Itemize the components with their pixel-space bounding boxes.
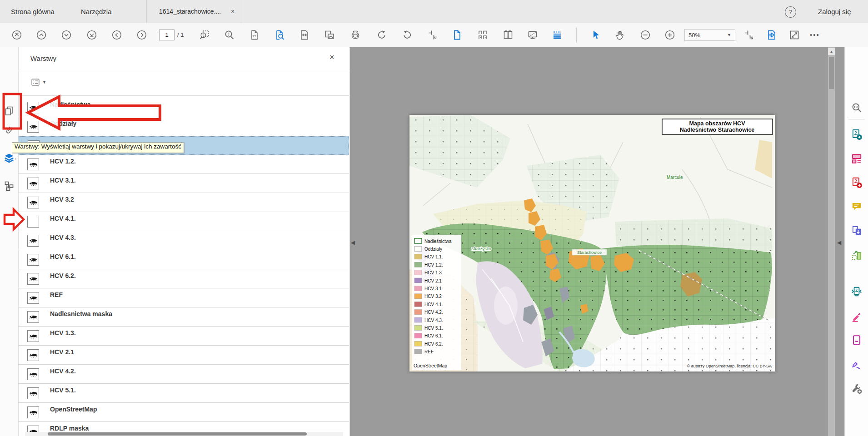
fit-width-icon[interactable] (299, 29, 310, 41)
layer-row[interactable]: HCV 1.3. (19, 327, 349, 346)
last-page-icon[interactable] (86, 29, 98, 41)
layer-row[interactable]: Oddziały (19, 117, 349, 136)
layer-row[interactable]: HCV 2.1 (19, 346, 349, 365)
marquee-zoom-icon[interactable] (199, 29, 210, 41)
page-thumbnails-panel-icon[interactable] (3, 105, 15, 117)
compress-pdf-icon[interactable] (850, 285, 863, 298)
search-tools-icon[interactable] (850, 101, 863, 114)
layer-visibility-eye-checkbox[interactable] (27, 121, 39, 133)
zoom-out-icon[interactable] (639, 29, 651, 41)
panel-collapse-chevron-icon[interactable]: ‹ (15, 156, 16, 161)
layer-visibility-eye-checkbox[interactable] (27, 254, 39, 266)
hide-left-pane-chevron-icon[interactable]: ◀ (351, 239, 355, 246)
document-vertical-scrollbar[interactable]: ▲ (828, 47, 835, 436)
scroll-up-arrow-icon[interactable]: ▲ (828, 48, 835, 55)
scrollbar-thumb[interactable] (829, 57, 834, 89)
page-setup-icon[interactable] (743, 29, 755, 41)
layer-row[interactable]: HCV 4.1. (19, 212, 349, 231)
zoom-in-icon[interactable] (664, 29, 676, 41)
organize-pages-icon[interactable] (850, 248, 863, 261)
doc-tab-close-icon[interactable]: × (231, 0, 234, 23)
model-tree-panel-icon[interactable] (3, 180, 15, 192)
layer-row[interactable]: HCV 3.1. (19, 174, 349, 193)
find-in-page-icon[interactable] (274, 29, 285, 41)
layer-row[interactable]: HCV 4.2. (19, 365, 349, 384)
layer-visibility-eye-checkbox[interactable] (27, 311, 39, 323)
layer-visibility-eye-checkbox[interactable] (27, 292, 39, 304)
layer-row[interactable]: HCV 3.2 (19, 193, 349, 212)
layer-row[interactable]: HCV 6.2. (19, 269, 349, 288)
layer-row[interactable]: HCV 4.3. (19, 231, 349, 250)
layer-visibility-eye-checkbox[interactable] (27, 235, 39, 247)
zoom-level-dropdown[interactable]: 50% ▼ (684, 29, 735, 41)
layer-visibility-eye-checkbox[interactable] (27, 273, 39, 285)
layer-row[interactable]: Nadleśnictwa (19, 98, 349, 117)
layer-visibility-eye-checkbox[interactable] (27, 159, 39, 170)
page-thumbnails-icon[interactable] (324, 29, 335, 41)
previous-page-icon[interactable] (35, 29, 47, 41)
layer-row[interactable]: HCV 6.1. (19, 250, 349, 269)
line-weights-icon[interactable] (551, 29, 563, 41)
layer-label: HCV 1.3. (50, 329, 76, 337)
export-pdf-icon[interactable] (850, 128, 863, 141)
select-tool-icon[interactable] (589, 29, 601, 41)
layer-row[interactable]: HCV 5.1. (19, 384, 349, 403)
previous-view-icon[interactable] (111, 29, 123, 41)
layer-row[interactable]: OpenStreetMap (19, 403, 349, 422)
scrollbar-thumb[interactable] (48, 432, 307, 436)
create-pdf-icon[interactable] (850, 176, 863, 189)
actual-size-icon[interactable]: 1:1 (249, 29, 260, 41)
rotate-counterclockwise-icon[interactable] (401, 29, 413, 41)
tab-tools[interactable]: Narzędzia (73, 0, 120, 23)
layer-options-button[interactable]: ▼ (30, 76, 50, 88)
highlight-pen-icon[interactable] (850, 310, 863, 322)
multi-page-view-icon[interactable] (477, 29, 489, 41)
layer-visibility-eye-checkbox[interactable] (27, 330, 39, 342)
fit-page-icon[interactable] (766, 29, 778, 41)
layer-visibility-eye-checkbox[interactable] (27, 178, 39, 189)
layer-row[interactable]: REF (19, 288, 349, 307)
layers-panel-icon[interactable] (3, 153, 15, 164)
fullscreen-expand-icon[interactable] (788, 29, 800, 41)
combine-files-icon[interactable] (850, 224, 863, 237)
hand-tool-icon[interactable] (614, 29, 626, 41)
crop-pages-icon[interactable] (427, 29, 439, 41)
single-page-view-icon[interactable] (451, 29, 463, 41)
layer-row[interactable]: HCV 1.2. (19, 155, 349, 174)
tab-document[interactable]: 1614_starachowice.... (151, 0, 229, 23)
layer-visibility-eye-checkbox[interactable] (27, 368, 39, 380)
edit-pdf-icon[interactable] (850, 152, 863, 165)
first-page-icon[interactable] (11, 29, 23, 41)
horizontal-scrollbar[interactable] (25, 432, 343, 436)
layer-visibility-eye-checkbox[interactable] (27, 349, 39, 361)
redact-page-icon[interactable] (850, 334, 863, 347)
layer-visibility-eye-checkbox[interactable] (27, 387, 39, 399)
more-tools-wrench-icon[interactable] (850, 382, 863, 395)
sign-pen-icon[interactable] (850, 358, 863, 371)
pdf-page[interactable]: Skarżysko Starachowice Marcule Mapa obsz… (409, 115, 775, 372)
sign-in-button[interactable]: Zaloguj się (810, 0, 859, 23)
more-tools-icon[interactable]: ••• (810, 29, 820, 41)
zoom-menu-icon[interactable] (224, 29, 235, 41)
layer-visibility-eye-checkbox[interactable] (27, 197, 39, 208)
tab-home[interactable]: Strona główna (3, 0, 63, 23)
layer-label: HCV 2.1 (50, 348, 74, 356)
legend-swatch (414, 238, 422, 243)
hide-right-pane-chevron-icon[interactable]: ◀ (837, 239, 841, 246)
rotate-clockwise-icon[interactable] (376, 29, 388, 41)
layer-visibility-eye-checkbox[interactable] (27, 406, 39, 418)
next-page-icon[interactable] (60, 29, 72, 41)
comment-icon[interactable] (850, 200, 863, 213)
layer-row[interactable]: Nadlesnictwa maska (19, 307, 349, 327)
two-page-view-icon[interactable] (502, 29, 514, 41)
help-icon[interactable]: ? (785, 6, 796, 18)
map-legend: NadleśnictwaOddziałyHCV 1.1.HCV 1.2.HCV … (412, 235, 461, 370)
next-view-icon[interactable] (136, 29, 148, 41)
print-icon[interactable] (349, 29, 361, 41)
full-screen-mode-icon[interactable] (527, 29, 539, 41)
close-icon[interactable]: × (329, 53, 334, 62)
page-number-input[interactable]: 1 (159, 30, 175, 40)
layer-visibility-eye-checkbox[interactable] (27, 102, 39, 114)
layer-visibility-empty-checkbox[interactable] (27, 216, 39, 228)
attachments-panel-icon[interactable] (3, 124, 15, 136)
